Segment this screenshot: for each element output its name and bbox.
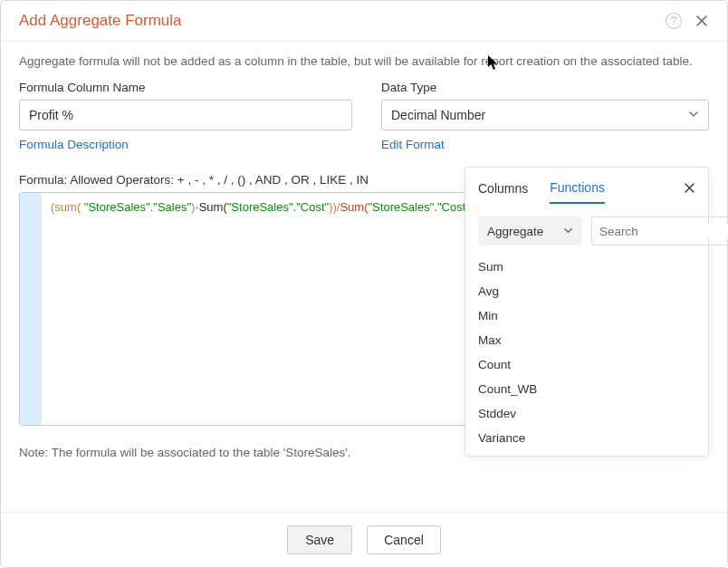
formula-description-link[interactable]: Formula Description — [19, 138, 352, 151]
data-type-value: Decimal Number — [391, 108, 485, 122]
dialog-footer: Save Cancel — [1, 512, 727, 567]
dialog-title: Add Aggregate Formula — [19, 12, 666, 30]
help-icon[interactable]: ? — [666, 13, 682, 29]
function-item[interactable]: Count — [478, 358, 695, 371]
chevron-down-icon — [688, 108, 699, 122]
function-list: SumAvgMinMaxCountCount_WBStddevVariance — [478, 260, 695, 445]
save-button[interactable]: Save — [287, 525, 352, 554]
formula-code[interactable]: (sum( "StoreSales"."Sales")-Sum("StoreSa… — [42, 193, 507, 425]
function-item[interactable]: Variance — [478, 431, 695, 445]
name-label: Formula Column Name — [19, 81, 352, 94]
chevron-down-icon — [563, 225, 573, 238]
dialog-subtitle: Aggregate formula will not be added as a… — [1, 42, 727, 73]
form-row: Formula Column Name Formula Description … — [1, 73, 727, 151]
panel-close-icon[interactable] — [684, 181, 695, 197]
name-col: Formula Column Name Formula Description — [19, 81, 352, 151]
dialog-header: Add Aggregate Formula ? — [1, 1, 727, 42]
search-input[interactable] — [599, 225, 728, 238]
data-type-select[interactable]: Decimal Number — [381, 100, 709, 130]
panel-tabs: Columns Functions — [478, 180, 695, 204]
add-aggregate-dialog: Add Aggregate Formula ? Aggregate formul… — [0, 0, 728, 568]
cancel-button[interactable]: Cancel — [367, 525, 441, 554]
edit-format-link[interactable]: Edit Format — [381, 138, 709, 151]
function-item[interactable]: Max — [478, 333, 695, 347]
function-item[interactable]: Avg — [478, 284, 695, 298]
function-item[interactable]: Count_WB — [478, 382, 695, 396]
functions-panel: Columns Functions Aggregate — [465, 167, 709, 457]
panel-controls: Aggregate — [478, 217, 695, 245]
function-item[interactable]: Stddev — [478, 407, 695, 420]
function-item[interactable]: Sum — [478, 260, 695, 274]
tab-functions[interactable]: Functions — [550, 180, 605, 204]
editor-wrapper: (sum( "StoreSales"."Sales")-Sum("StoreSa… — [19, 192, 709, 426]
close-icon[interactable] — [694, 14, 709, 28]
function-search[interactable] — [591, 217, 728, 245]
function-item[interactable]: Min — [478, 309, 695, 323]
category-value: Aggregate — [487, 225, 543, 238]
formula-name-input[interactable] — [19, 100, 352, 130]
editor-gutter — [20, 193, 42, 425]
tab-columns[interactable]: Columns — [478, 181, 528, 203]
function-category-select[interactable]: Aggregate — [478, 217, 582, 245]
type-label: Data Type — [381, 81, 709, 94]
type-col: Data Type Decimal Number Edit Format — [381, 81, 709, 151]
